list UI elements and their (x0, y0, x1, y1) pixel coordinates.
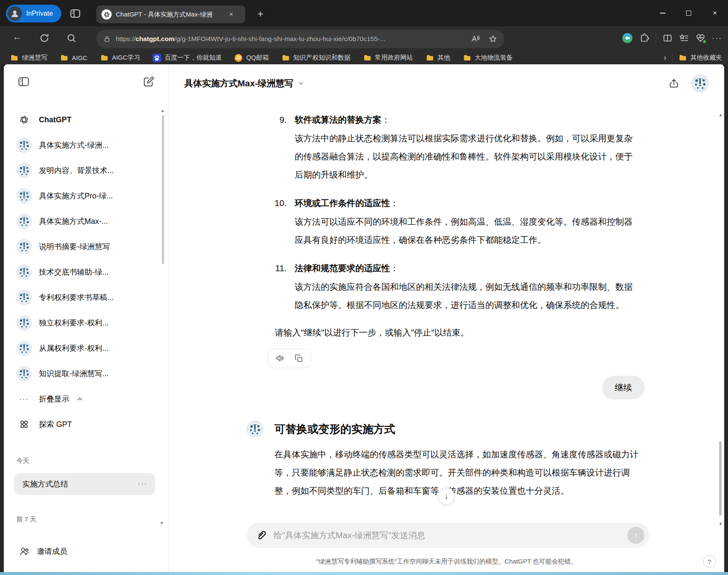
main-scroll-up-icon[interactable]: ▲ (718, 112, 723, 117)
list-item-10: 10. 环境或工作条件的适应性： 该方法可以适应不同的环境和工作条件，例如高温、… (246, 194, 649, 249)
new-chat-icon[interactable] (142, 75, 155, 88)
help-button[interactable]: ? (703, 555, 716, 568)
sidebar-scroll-down-icon[interactable]: ▼ (159, 520, 164, 525)
scroll-to-bottom-button[interactable]: ↓ (438, 488, 455, 505)
sidebar-item-chatgpt[interactable]: ChatGPT (4, 107, 169, 132)
bookmark-folder[interactable]: 大地物流装备 (463, 54, 513, 62)
sidebar-item-gpt[interactable]: 独立权利要求-权利... (4, 310, 169, 336)
gpt-avatar-icon (16, 366, 32, 381)
send-button[interactable]: ↑ (627, 527, 644, 544)
bookmark-folder[interactable]: 其他 (426, 54, 450, 62)
address-bar[interactable]: https://chatgpt.com/g/g-1MFOi4WtV-ju-ti-… (96, 30, 504, 48)
bookmark-folder[interactable]: 绿洲慧写 (10, 54, 47, 62)
gpt-avatar-icon (16, 214, 32, 229)
sidebar-toggle-icon[interactable] (17, 75, 30, 88)
tab-actions-icon[interactable] (69, 8, 81, 19)
close-button[interactable]: × (702, 0, 728, 26)
sidebar-item-gpt[interactable]: 具体实施方式Pro-绿... (4, 183, 169, 209)
favorite-star-icon[interactable] (488, 34, 498, 44)
browser-essentials-icon[interactable] (695, 33, 706, 43)
chat-main: 具体实施方式Max-绿洲慧写 9. 软件或算法的替换方案： 该方法中的静止状态检… (169, 64, 724, 572)
sidebar-item-gpt[interactable]: 技术交底书辅助-绿... (4, 259, 169, 285)
gpt-title-menu[interactable]: 具体实施方式Max-绿洲慧写 (184, 77, 304, 89)
bookmark-folder[interactable]: 常用政府网站 (363, 54, 413, 62)
bookmarks-divider (672, 54, 673, 62)
sidebar-item-gpt[interactable]: 说明书摘要-绿洲慧写 (4, 234, 169, 259)
back-button[interactable]: ← (13, 31, 22, 42)
split-screen-icon[interactable] (662, 33, 673, 43)
maximize-button[interactable] (676, 0, 702, 26)
minimize-button[interactable] (649, 0, 676, 26)
other-favorites-folder[interactable]: 其他收藏夹 (679, 54, 722, 62)
bookmark-folder[interactable]: 知识产权知识和数据 (282, 54, 350, 62)
toolbar-divider (656, 33, 656, 44)
inprivate-profile-button[interactable]: InPrivate (6, 5, 61, 22)
search-button[interactable] (66, 33, 77, 44)
chatgpt-favicon-icon (101, 9, 112, 19)
list-number: 9. (246, 110, 287, 184)
browser-tab[interactable]: ChatGPT - 具体实施方式Max-绿洲 × (96, 6, 245, 23)
sidebar-item-gpt[interactable]: 知识提取-绿洲慧写... (4, 361, 169, 386)
extensions-icon[interactable] (639, 33, 649, 43)
chatgpt-page: ▲ ▼ ChatGPT 具体实施方式-绿洲... 发明内容、背景技术... 具体… (4, 64, 724, 572)
list-item-9: 9. 软件或算法的替换方案： 该方法中的静止状态检测算法可以根据实际需求进行优化… (246, 110, 649, 184)
sidebar-item-gpt[interactable]: 从属权利要求-权利... (4, 336, 169, 361)
list-item-body: 该方法中的静止状态检测算法可以根据实际需求进行优化和替换。例如，可以采用更复杂的… (295, 129, 640, 184)
sidebar-item-collapse[interactable]: ··· 折叠显示 (4, 386, 169, 412)
read-aloud-icon[interactable] (275, 353, 285, 363)
sidebar-item-gpt[interactable]: 具体实施方式Max-... (4, 209, 169, 234)
message-actions-toolbar (268, 348, 311, 368)
minimize-icon (660, 13, 665, 14)
list-number: 11. (246, 259, 287, 314)
read-aloud-icon[interactable] (471, 34, 480, 44)
invite-members-button[interactable]: 邀请成员 (4, 540, 169, 563)
sidebar-item-gpt[interactable]: 发明内容、背景技术... (4, 158, 169, 183)
idm-extension-icon[interactable] (622, 33, 633, 44)
chat-header: 具体实施方式Max-绿洲慧写 (169, 64, 724, 102)
gpt-avatar-icon (16, 315, 32, 330)
favorites-list-icon[interactable] (679, 33, 689, 43)
workspace-avatar[interactable] (691, 74, 709, 92)
tab-close-icon[interactable]: × (229, 10, 233, 19)
refresh-button[interactable] (39, 33, 50, 44)
bookmark-folder[interactable]: AIGC学习 (100, 54, 140, 62)
gpt-avatar-icon (16, 341, 32, 356)
list-item-body: 该方法的实施应符合各国和地区的相关法律法规，例如无线通信的频率和功率限制、数据隐… (295, 278, 640, 314)
bookmark-folder[interactable]: AIGC (60, 54, 88, 62)
sidebar-item-gpt[interactable]: 具体实施方式-绿洲... (4, 132, 169, 158)
conversation-options-icon[interactable]: ··· (138, 480, 148, 488)
message-composer[interactable]: ↑ (246, 523, 649, 548)
gpt-avatar-icon (16, 290, 32, 305)
chatgpt-logo-icon (16, 112, 32, 127)
composer-area: ↑ "绿洲慧写专利辅助撰写系统"工作空间聊天未用于训练我们的模型。ChatGPT… (169, 517, 724, 572)
explore-grid-icon (16, 417, 32, 432)
bookmark-baidu[interactable]: 百度一下，你就知道 (153, 54, 222, 62)
conversation-item-selected[interactable]: 实施方式总结 ··· (14, 473, 155, 495)
browser-titlebar: InPrivate ChatGPT - 具体实施方式Max-绿洲 × + × (0, 0, 728, 26)
list-item-title: 环境或工作条件的适应性： (295, 194, 640, 212)
window-controls: × (649, 0, 728, 26)
url-text: https://chatgpt.com/g/g-1MFOi4WtV-ju-ti-… (116, 35, 465, 43)
main-scrollbar[interactable] (719, 441, 722, 516)
sidebar-item-explore-gpt[interactable]: 探索 GPT (4, 412, 169, 437)
gpt-avatar-icon (16, 264, 32, 280)
attach-file-icon[interactable] (256, 530, 267, 541)
new-tab-button[interactable]: + (253, 6, 268, 22)
bookmark-qq-mail[interactable]: QQ邮箱 (234, 54, 268, 62)
copy-icon[interactable] (294, 354, 304, 363)
tab-title: ChatGPT - 具体实施方式Max-绿洲 (116, 11, 225, 19)
bookmarks-overflow-icon[interactable]: › (664, 53, 666, 62)
list-item-body: 该方法可以适应不同的环境和工作条件，例如高温、低温、湿度变化等。传感器和控制器应… (295, 212, 640, 249)
main-scroll-down-icon[interactable]: ▼ (718, 521, 723, 526)
invite-members-icon (19, 546, 30, 557)
settings-more-icon[interactable]: ··· (712, 34, 722, 43)
share-icon[interactable] (668, 78, 679, 89)
sidebar-item-gpt[interactable]: 专利权利要求书草稿... (4, 285, 169, 310)
assistant-heading: 可替换或变形的实施方式 (274, 420, 640, 438)
section-label-previous-7-days: 前 7 天 (16, 515, 36, 523)
browser-toolbar: ← https://chatgpt.com/g/g-1MFOi4WtV-ju-t… (0, 26, 728, 51)
list-item-title: 软件或算法的替换方案： (295, 110, 640, 129)
message-input[interactable] (273, 530, 621, 541)
list-number: 10. (246, 194, 287, 249)
toolbar-extensions-area: ··· (622, 33, 722, 44)
